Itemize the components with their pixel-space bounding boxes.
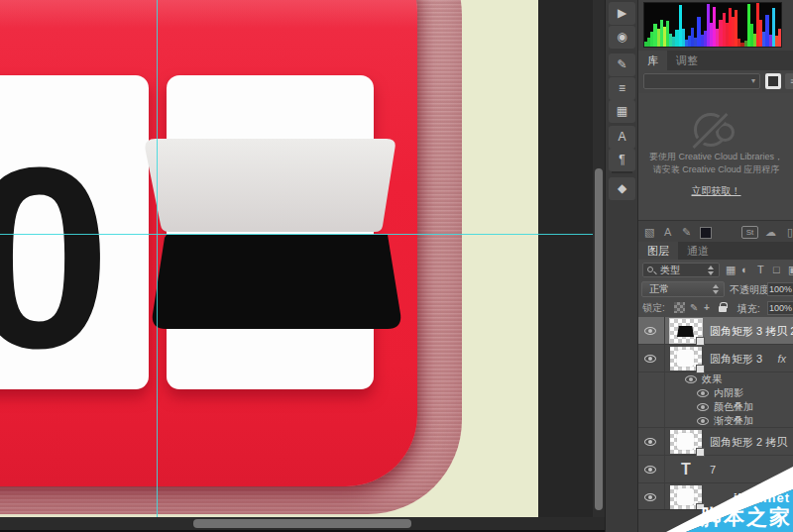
canvas-document[interactable]: 0 [0,0,538,517]
tab-adjustments[interactable]: 调整 [667,51,707,70]
fill-label: 填充: [737,302,760,316]
effect-name: 颜色叠加 [714,400,753,414]
layer-effect-row[interactable]: 渐变叠加 [638,414,793,428]
fill-value[interactable]: 100% [767,301,793,315]
lock-row: 锁定: ✎ + 填充: 100% [638,299,793,317]
clone-source-panel-icon[interactable]: ▦ [609,100,635,123]
layer-effect-row[interactable]: 内阴影 [638,386,793,400]
row-divider [664,345,665,372]
histogram-bar [778,29,781,47]
effect-name: 渐变叠加 [714,414,753,428]
layer-row[interactable] [638,483,793,511]
histogram-panel [638,0,793,51]
add-character-style-icon[interactable]: A [664,225,671,239]
row-divider [664,456,665,482]
filter-kind-dropdown[interactable]: 类型 [642,263,720,277]
character-panel-icon[interactable]: A [609,126,635,149]
horizontal-scrollbar[interactable] [0,517,605,530]
list-view-button[interactable]: ≡ [785,73,793,89]
thumbnail-shape [677,350,694,367]
layer-effect-row[interactable]: 颜色叠加 [638,400,793,414]
visibility-toggle[interactable] [643,464,659,476]
visibility-toggle[interactable] [696,387,712,399]
layer-effect-row[interactable]: 效果 [638,372,793,386]
lock-position-icon[interactable]: + [704,302,710,314]
thumbnail-shape [677,326,694,337]
thumbnail-shape [677,433,694,450]
layer-row[interactable]: T 7 [638,456,793,483]
cc-message-line2: 请安装 Creative Cloud 应用程序 [638,163,793,176]
tab-channels[interactable]: 通道 [678,242,718,260]
libraries-search-row: ▾ ≡ [638,70,793,93]
vertical-scrollbar-thumb[interactable] [595,168,603,510]
blend-mode-value: 正常 [649,283,669,294]
updown-arrows-icon [708,266,715,275]
actions-panel-icon[interactable]: ▶ [609,2,635,25]
eye-icon [644,327,656,335]
adobe-stock-icon[interactable]: St [741,226,758,239]
lock-paint-icon[interactable]: ✎ [690,302,698,314]
row-divider [664,317,665,344]
panel-column: 库 调整 ▾ ≡ 要使用 Creative Cloud Libraries， 请… [637,0,793,532]
layer-row[interactable]: 圆角矩形 3 fx [638,345,793,372]
threed-panel-icon[interactable]: ◆ [609,177,635,200]
libraries-bottom-bar: ▧A✎St☁▯ [638,220,793,242]
brush-settings-panel-icon[interactable]: ✎ [609,53,635,76]
visibility-toggle[interactable] [643,325,659,337]
paragraph-panel-icon[interactable]: ¶ [609,149,635,171]
get-now-link[interactable]: 立即获取！ [638,184,793,198]
opacity-label: 不透明度: [730,283,772,297]
libraries-search-dropdown[interactable]: ▾ [643,73,760,89]
opacity-value[interactable]: 100% [767,282,793,296]
canvas-area: 0 [0,0,605,532]
tab-libraries[interactable]: 库 [638,51,667,70]
filter-kind-label: 类型 [660,265,680,275]
filter-shape-layers-icon[interactable]: □ [773,263,780,276]
layer-thumbnail[interactable] [670,485,702,509]
visibility-toggle[interactable] [696,415,712,427]
layer-list: 圆角矩形 3 拷贝 2 圆角矩形 3 fx 效果 内阴影 颜色叠加 渐变叠加 圆… [638,317,793,509]
visibility-toggle[interactable] [643,353,659,365]
blend-mode-row: 正常 不透明度: 100% [638,279,793,299]
add-graphic-icon[interactable]: ▧ [644,225,654,239]
layer-name: 圆角矩形 3 [710,345,762,372]
delete-icon[interactable]: ▯ [787,225,793,239]
horizontal-scrollbar-thumb[interactable] [193,519,411,528]
visibility-toggle[interactable] [696,401,712,413]
vertical-scrollbar[interactable] [593,0,605,517]
flap-top-gray [145,139,395,232]
eye-icon [644,438,656,446]
layer-thumbnail[interactable] [670,347,702,371]
text-layer-thumbnail[interactable]: T [670,458,702,481]
row-divider [664,400,665,414]
color-swatch[interactable] [700,227,712,239]
visibility-toggle[interactable] [643,436,659,448]
filter-pixel-layers-icon[interactable]: ▦ [726,263,736,276]
lock-all-icon[interactable] [719,306,727,312]
layer-thumbnail[interactable] [670,430,702,454]
layer-row[interactable]: 圆角矩形 3 拷贝 2 [638,317,793,345]
layers-panel-bottom-bar [638,509,793,532]
layer-name: 圆角矩形 2 拷贝 [710,428,787,456]
chevron-down-icon: ▾ [751,76,755,85]
history-panel-icon[interactable]: ◉ [609,26,635,49]
eye-icon [697,389,709,397]
lock-transparency-icon[interactable] [674,302,685,313]
layer-thumbnail[interactable] [670,319,702,343]
grid-view-button[interactable] [765,73,781,89]
blend-mode-dropdown[interactable]: 正常 [641,281,725,297]
eye-icon [685,375,697,383]
layers-filter-row: 类型 ▦◐T□▣ [638,260,793,279]
visibility-toggle[interactable] [643,491,659,503]
filter-type-layers-icon[interactable]: T [757,263,764,276]
tab-layers[interactable]: 图层 [638,242,678,260]
filter-smart-objects-icon[interactable]: ▣ [788,263,793,276]
layer-row[interactable]: 圆角矩形 2 拷贝 [638,428,793,456]
pasteboard [538,0,593,517]
add-layer-style-icon[interactable]: ✎ [682,225,691,239]
tool-presets-panel-icon[interactable]: ≡ [609,77,635,100]
photoshop-window: 0 ▶◉✎≡▦A¶◆ [0,0,793,532]
sync-cloud-icon[interactable]: ☁ [765,225,776,239]
visibility-toggle[interactable] [684,373,700,385]
filter-adjustment-layers-icon[interactable]: ◐ [741,263,748,276]
